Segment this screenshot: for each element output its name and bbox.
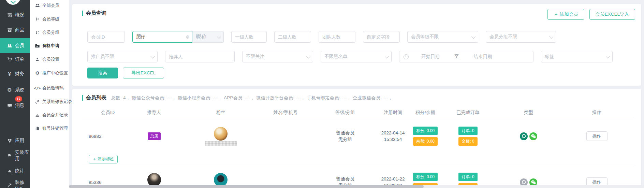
- horizontal-scrollbar[interactable]: [69, 185, 644, 188]
- chevron-down-icon: [306, 54, 311, 58]
- blacklist-placeholder: 不限黑名单: [324, 54, 348, 60]
- orders-count-badge: 订单: 0: [458, 173, 477, 181]
- chevron-down-icon: [385, 54, 389, 58]
- submenu-item-relation-chain-log[interactable]: 关系链修改记录: [30, 98, 69, 106]
- start-date-placeholder[interactable]: 开始日期: [409, 54, 452, 60]
- referrer-badge: 总店: [148, 132, 161, 140]
- member_id-input[interactable]: [88, 31, 125, 42]
- level2_count-input[interactable]: [275, 31, 311, 42]
- balance-badge: 余额: 0.00: [413, 137, 438, 146]
- submenu-item-qualification-apply[interactable]: 资格申请: [30, 42, 69, 50]
- cell-referrer: 总店: [127, 132, 181, 140]
- fans-avatar[interactable]: [214, 127, 228, 141]
- wechat-icon: [529, 132, 537, 140]
- level1_count-field: [231, 31, 267, 43]
- date-range-picker[interactable]: 开始日期至结束日期: [399, 51, 533, 62]
- member_group-select[interactable]: 会员分组不限: [486, 31, 556, 43]
- stats-icon: [7, 168, 12, 174]
- member_level-placeholder: 会员等级不限: [411, 34, 439, 40]
- sidebar-item-finance[interactable]: ¥财务: [0, 69, 30, 78]
- chevron-down-icon: [217, 34, 221, 39]
- chain-icon: [35, 99, 40, 104]
- sidebar-item-orders[interactable]: 订单: [0, 55, 30, 64]
- member-table: 会员ID推荐人粉丝姓名/手机号等级/分组注册时间积分/余额已完成订单类型操作 8…: [82, 106, 635, 188]
- sidebar-item-messages[interactable]: 消息17: [0, 101, 30, 110]
- sidebar-item-label: 系统: [15, 87, 24, 93]
- referrer-input[interactable]: [165, 51, 234, 62]
- list-title-text: 会员列表: [86, 95, 106, 101]
- custom_field-field: [363, 31, 400, 43]
- add-member-button[interactable]: ＋ 添加会员: [547, 9, 584, 20]
- search-button[interactable]: 搜索: [87, 68, 118, 78]
- team_count-input[interactable]: [319, 31, 355, 42]
- svg-text:Z: Z: [38, 32, 39, 34]
- fans-avatar-stack: [205, 127, 237, 146]
- submenu-item-label: 会员合并记录: [42, 112, 68, 118]
- member_id-field: [87, 31, 125, 43]
- referrer-field: [165, 51, 235, 62]
- keyword-input-wrapper: ⊗: [132, 31, 192, 43]
- member-excel-import-button[interactable]: 会员EXCEL导入: [589, 9, 635, 20]
- column-header: 会员ID: [82, 110, 127, 116]
- sidebar-item-label: 安装应用: [15, 149, 30, 162]
- submenu-item-member-merge-log[interactable]: 会员合并记录: [30, 111, 69, 119]
- row-action-button[interactable]: 操作: [586, 131, 608, 141]
- sidebar-item-system[interactable]: ⚙系统: [0, 85, 30, 95]
- blacklist-select[interactable]: 不限黑名单: [321, 51, 392, 62]
- member-submenu: 全部会员会员等级AZ会员分组资格申请会员设置⚙推广中心设置</>会员邀请码关系链…: [30, 0, 69, 188]
- level1_count-input[interactable]: [232, 31, 266, 42]
- submenu-item-member-groups[interactable]: AZ会员分组: [30, 28, 69, 37]
- sidebar-item-label: 财务: [15, 71, 24, 77]
- finance-icon: ¥: [7, 71, 12, 76]
- sidebar-item-decorate-diy[interactable]: 装修DIY: [0, 180, 30, 188]
- submenu-item-label: 推广中心设置: [42, 70, 68, 76]
- title-accent-bar: [82, 95, 83, 101]
- submenu-item-label: 会员分组: [42, 30, 59, 35]
- submenu-item-account-cancellation[interactable]: 账号注销管理: [30, 124, 69, 132]
- tag-select[interactable]: 标签: [541, 51, 613, 62]
- submenu-item-promotion-center-settings[interactable]: ⚙推广中心设置: [30, 69, 69, 77]
- sidebar-item-statistics[interactable]: 统计: [0, 166, 30, 176]
- profile-collapse-toggle[interactable]: [5, 0, 20, 5]
- chevron-down-icon: [151, 54, 155, 58]
- member-stats-summary: 总数: 4， 微信公众号会员: ---， 微信小程序会员: ---， APP会员…: [111, 95, 393, 101]
- cell-member-id: 85336: [82, 180, 127, 185]
- custom_field-input[interactable]: [363, 31, 399, 42]
- submenu-item-member-settings[interactable]: 会员设置: [30, 55, 69, 63]
- member_level-select[interactable]: 会员等级不限: [407, 31, 478, 43]
- sidebar-item-apps[interactable]: 应用: [0, 136, 30, 145]
- submenu-item-member-invite-code[interactable]: </>会员邀请码: [30, 84, 69, 92]
- keyword-input[interactable]: [133, 31, 192, 42]
- horizontal-scrollbar-thumb[interactable]: [69, 185, 424, 188]
- end-date-placeholder[interactable]: 结束日期: [461, 54, 505, 60]
- submenu-item-label: 全部会员: [42, 3, 59, 9]
- member-table-body: 86882总店普通会员无分组2022-04-1415:33:54积分: 0.00…: [82, 119, 635, 188]
- submenu-item-all-members[interactable]: 全部会员: [30, 1, 69, 10]
- submenu-item-member-levels[interactable]: 会员等级: [30, 15, 69, 23]
- promoter-select[interactable]: 推广员不限: [87, 51, 158, 62]
- referrer-avatar[interactable]: [147, 173, 161, 187]
- cell-level-group: 普通会员无分组: [311, 130, 379, 143]
- query-section-title: 会员查询: [82, 10, 106, 16]
- member-row: 86882总店普通会员无分组2022-04-1415:33:54积分: 0.00…: [82, 119, 635, 153]
- follow_status-select[interactable]: 不限关注: [242, 51, 313, 62]
- sidebar-item-goods[interactable]: 商品: [0, 25, 30, 35]
- submenu-item-label: 资格申请: [42, 43, 59, 49]
- overview-icon: [7, 12, 12, 18]
- query-title-text: 会员查询: [86, 10, 106, 16]
- search-type-select[interactable]: 昵称: [192, 31, 224, 43]
- export-excel-button[interactable]: 导出EXCEL: [123, 68, 164, 78]
- sidebar-item-label: 会员: [15, 43, 24, 49]
- member-row-block: 86882总店普通会员无分组2022-04-1415:33:54积分: 0.00…: [82, 119, 635, 165]
- admin-window: 概况商品会员订单¥财务⚙系统消息17应用安装应用统计装修DIY 全部会员会员等级…: [0, 0, 644, 188]
- sidebar-item-overview[interactable]: 概况: [0, 10, 30, 20]
- member-level: 普通会员: [336, 176, 354, 182]
- search-filters-row-1: ⊗昵称会员等级不限会员分组不限: [87, 31, 635, 43]
- fans-avatar[interactable]: [214, 173, 228, 187]
- clear-icon[interactable]: ⊗: [186, 34, 190, 39]
- column-header: 注册时间: [379, 110, 407, 116]
- member-list-card: 会员列表 总数: 4， 微信公众号会员: ---， 微信小程序会员: ---， …: [72, 89, 641, 188]
- add-tag-button[interactable]: ＋ 添加标签: [89, 155, 118, 163]
- sidebar-item-install-apps[interactable]: 安装应用: [0, 151, 30, 160]
- sidebar-item-members[interactable]: 会员: [0, 38, 30, 53]
